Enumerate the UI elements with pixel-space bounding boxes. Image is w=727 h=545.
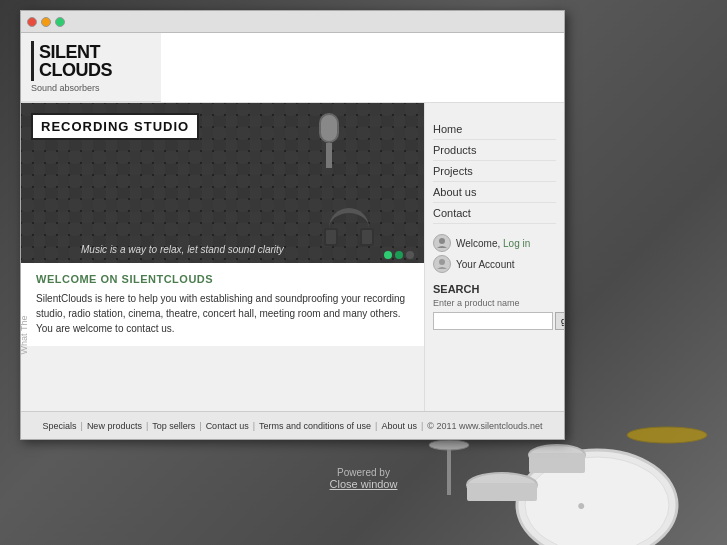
svg-point-10	[439, 238, 445, 244]
nav-menu: Home Products Projects About us Contact	[433, 119, 556, 224]
slider-dots	[384, 251, 414, 259]
logo-text: SILENT CLOUDS	[39, 43, 112, 79]
account-row-login: Welcome, Log in	[433, 234, 556, 252]
microphone-icon	[314, 113, 344, 173]
website-content: SILENT CLOUDS Sound absorbers	[21, 33, 564, 439]
svg-point-6	[429, 440, 469, 450]
account-row-account: Your Account	[433, 255, 556, 273]
mic-body	[326, 143, 332, 168]
browser-window: SILENT CLOUDS Sound absorbers	[20, 10, 565, 440]
site-main: RECORDING STUDIO Music is a way to relax…	[21, 103, 564, 411]
logo-subtitle: Sound absorbers	[31, 83, 100, 93]
account-section: Welcome, Log in Your Account	[433, 234, 556, 273]
nav-item-contact[interactable]: Contact	[433, 203, 556, 224]
nav-item-products[interactable]: Products	[433, 140, 556, 161]
powered-by-text: Powered by	[330, 467, 398, 478]
svg-rect-4	[467, 483, 537, 501]
dot-1[interactable]	[384, 251, 392, 259]
logo-wrapper: SILENT CLOUDS	[31, 41, 112, 81]
hero-label: RECORDING STUDIO	[31, 113, 199, 140]
browser-close-btn[interactable]	[27, 17, 37, 27]
svg-point-11	[439, 259, 445, 265]
your-account-link[interactable]: Your Account	[456, 259, 515, 270]
welcome-section: WELCOME ON SILENTCLOUDS SilentClouds is …	[21, 263, 424, 346]
mic-head	[319, 113, 339, 143]
search-hint: Enter a product name	[433, 298, 556, 308]
search-input[interactable]	[433, 312, 553, 330]
dot-2[interactable]	[395, 251, 403, 259]
close-window-link[interactable]: Close window	[330, 478, 398, 490]
avatar-login	[433, 234, 451, 252]
site-header: SILENT CLOUDS Sound absorbers	[21, 33, 564, 103]
content-left: RECORDING STUDIO Music is a way to relax…	[21, 103, 424, 411]
browser-min-btn[interactable]	[41, 17, 51, 27]
avatar-account	[433, 255, 451, 273]
search-title: SEARCH	[433, 283, 556, 295]
nav-item-home[interactable]: Home	[433, 119, 556, 140]
hero-caption: Music is a way to relax, let stand sound…	[81, 244, 424, 255]
svg-rect-9	[529, 453, 585, 473]
overlay-text: Powered by Close window	[330, 467, 398, 490]
welcome-text: SilentClouds is here to help you with es…	[36, 291, 409, 336]
browser-chrome	[21, 11, 564, 33]
svg-point-7	[627, 427, 707, 443]
nav-item-about[interactable]: About us	[433, 182, 556, 203]
left-side-label: What The	[19, 316, 29, 355]
logo-area: SILENT CLOUDS Sound absorbers	[21, 33, 161, 102]
hero-image: RECORDING STUDIO Music is a way to relax…	[21, 103, 424, 263]
logo-line	[31, 41, 34, 81]
search-row: go	[433, 312, 556, 330]
svg-text:●: ●	[577, 497, 585, 513]
browser-max-btn[interactable]	[55, 17, 65, 27]
dot-3[interactable]	[406, 251, 414, 259]
headphones-icon	[324, 208, 374, 248]
sidebar: Home Products Projects About us Contact	[424, 103, 564, 411]
login-link[interactable]: Log in	[503, 238, 530, 249]
nav-item-projects[interactable]: Projects	[433, 161, 556, 182]
headphone-band	[329, 208, 369, 228]
account-welcome-text: Welcome, Log in	[456, 238, 530, 249]
search-section: SEARCH Enter a product name go	[433, 283, 556, 330]
search-button[interactable]: go	[555, 312, 564, 330]
welcome-title: WELCOME ON SILENTCLOUDS	[36, 273, 409, 285]
svg-rect-5	[447, 445, 451, 495]
